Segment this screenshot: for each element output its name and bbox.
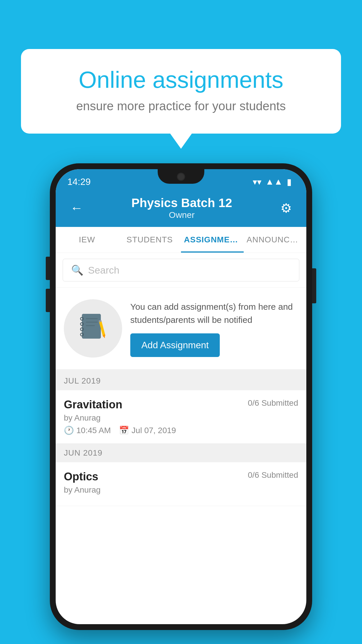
section-label-jul: JUL 2019 [64, 376, 101, 385]
svg-rect-0 [82, 314, 101, 339]
assignment-author-optics: by Anurag [64, 485, 298, 495]
svg-rect-5 [86, 318, 98, 319]
svg-rect-7 [86, 325, 95, 326]
calendar-icon: 📅 [119, 426, 129, 435]
front-camera [177, 173, 185, 181]
section-header-jul: JUL 2019 [56, 372, 306, 390]
bubble-title: Online assignments [44, 66, 318, 93]
header-subtitle: Owner [131, 210, 232, 220]
signal-icon: ▲▲ [266, 177, 283, 187]
assignment-author-gravitation: by Anurag [64, 413, 298, 423]
volume-down-button [46, 289, 50, 312]
tab-announcements[interactable]: ANNOUNCEM... [244, 227, 306, 253]
assignment-date: Jul 07, 2019 [131, 426, 176, 435]
phone-device: 14:29 ▾▾ ▲▲ ▮ ← Physics Batch 12 Owner ⚙ [50, 163, 312, 630]
tab-assignments[interactable]: ASSIGNMENTS [181, 227, 244, 253]
assignment-name-optics: Optics [64, 470, 98, 483]
add-assignment-button[interactable]: Add Assignment [130, 333, 220, 357]
header-title: Physics Batch 12 [131, 196, 232, 210]
section-header-jun: JUN 2019 [56, 444, 306, 462]
speech-bubble: Online assignments ensure more practice … [21, 49, 341, 134]
search-icon: 🔍 [71, 264, 83, 276]
meta-date: 📅 Jul 07, 2019 [119, 426, 176, 435]
assignment-status-optics: 0/6 Submitted [248, 470, 298, 480]
clock-icon: 🕐 [64, 426, 74, 435]
assignment-status-gravitation: 0/6 Submitted [248, 398, 298, 408]
notebook-icon [78, 312, 108, 344]
phone-outer: 14:29 ▾▾ ▲▲ ▮ ← Physics Batch 12 Owner ⚙ [50, 163, 312, 630]
back-button[interactable]: ← [70, 201, 83, 215]
notebook-icon-wrap [64, 299, 122, 358]
bubble-subtitle: ensure more practice for your students [44, 99, 318, 113]
search-placeholder: Search [88, 265, 120, 276]
tab-students[interactable]: STUDENTS [118, 227, 181, 253]
assignment-top-row-optics: Optics 0/6 Submitted [64, 470, 298, 483]
assignment-name-gravitation: Gravitation [64, 398, 122, 411]
svg-rect-6 [86, 322, 98, 323]
header-center: Physics Batch 12 Owner [131, 196, 232, 220]
tabs-bar: IEW STUDENTS ASSIGNMENTS ANNOUNCEM... [56, 227, 306, 253]
assignment-item-gravitation[interactable]: Gravitation 0/6 Submitted by Anurag 🕐 10… [56, 390, 306, 444]
meta-time: 🕐 10:45 AM [64, 426, 111, 435]
empty-state-right: You can add assignment(s) from here and … [130, 300, 298, 357]
status-icons: ▾▾ ▲▲ ▮ [253, 177, 292, 187]
phone-notch [158, 169, 204, 184]
assignment-time: 10:45 AM [76, 426, 111, 435]
assignment-top-row: Gravitation 0/6 Submitted [64, 398, 298, 411]
search-bar[interactable]: 🔍 Search [63, 259, 299, 281]
empty-state: You can add assignment(s) from here and … [56, 288, 306, 372]
tab-iew[interactable]: IEW [56, 227, 118, 253]
battery-icon: ▮ [287, 177, 292, 187]
settings-icon[interactable]: ⚙ [280, 201, 292, 216]
assignment-item-optics[interactable]: Optics 0/6 Submitted by Anurag [56, 462, 306, 506]
empty-state-description: You can add assignment(s) from here and … [130, 300, 298, 326]
search-container: 🔍 Search [56, 253, 306, 288]
status-time: 14:29 [67, 176, 91, 187]
volume-up-button [46, 257, 50, 280]
power-button [312, 268, 316, 303]
assignment-meta-gravitation: 🕐 10:45 AM 📅 Jul 07, 2019 [64, 426, 298, 435]
wifi-icon: ▾▾ [253, 177, 261, 187]
app-header: ← Physics Batch 12 Owner ⚙ [56, 190, 306, 227]
phone-screen: 14:29 ▾▾ ▲▲ ▮ ← Physics Batch 12 Owner ⚙ [56, 169, 306, 624]
section-label-jun: JUN 2019 [64, 448, 103, 457]
